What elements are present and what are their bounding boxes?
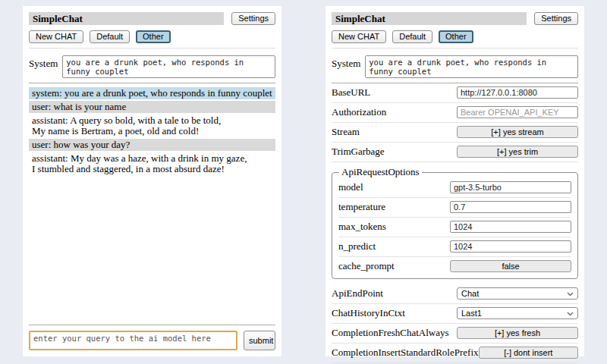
- chat-message-user: user: how was your day?: [29, 139, 275, 151]
- trimgarbage-toggle-button[interactable]: [+] yes trim: [457, 146, 578, 158]
- model-input[interactable]: [450, 181, 571, 193]
- api-request-options-legend: ApiRequestOptions: [339, 166, 422, 178]
- divider: [29, 325, 275, 325]
- setting-row-temperature: temperature: [338, 198, 571, 218]
- setting-row-authorization: Authorization: [332, 103, 578, 123]
- setting-label-completion-insert-standard-role-prefix: CompletionInsertStandardRolePrefix: [332, 347, 479, 359]
- query-row: submit: [29, 331, 275, 350]
- settings-panel: SimpleChat Settings New CHAT Default Oth…: [326, 6, 584, 356]
- setting-label-completion-fresh-chat-always: CompletionFreshChatAlways: [332, 327, 449, 339]
- setting-row-stream: Stream [+] yes stream: [332, 123, 578, 143]
- setting-label-n-predict: n_predict: [338, 240, 376, 253]
- chat-message-system: system: you are a drunk poet, who respon…: [29, 87, 275, 99]
- settings-button[interactable]: Settings: [231, 12, 275, 25]
- setting-row-max-tokens: max_tokens: [338, 218, 571, 237]
- system-prompt-row: System you are a drunk poet, who respond…: [332, 55, 578, 78]
- n-predict-input[interactable]: [450, 240, 571, 253]
- chat-history-in-ctxt-select[interactable]: Last1: [457, 307, 578, 319]
- app-title: SimpleChat: [332, 12, 527, 25]
- setting-row-cache-prompt: cache_prompt false: [338, 257, 571, 275]
- divider: [29, 83, 275, 83]
- chat-message-assistant: assistant: A query so bold, with a tale …: [29, 115, 275, 137]
- query-input[interactable]: [29, 331, 237, 350]
- completion-insert-standard-role-prefix-toggle-button[interactable]: [-] dont insert: [479, 347, 578, 359]
- system-prompt-row: System you are a drunk poet, who respond…: [29, 55, 275, 78]
- setting-row-completion-insert-standard-role-prefix: CompletionInsertStandardRolePrefix [-] d…: [332, 344, 578, 363]
- setting-label-stream: Stream: [332, 126, 360, 138]
- setting-row-n-predict: n_predict: [338, 237, 571, 257]
- chat-message-assistant: assistant: My day was a haze, with a dri…: [29, 152, 275, 175]
- setting-label-authorization: Authorization: [332, 106, 386, 118]
- header: SimpleChat Settings: [332, 12, 578, 25]
- profile-default-button[interactable]: Default: [392, 30, 432, 43]
- stream-toggle-button[interactable]: [+] yes stream: [457, 126, 578, 138]
- chat-message-list: system: you are a drunk poet, who respon…: [29, 87, 275, 177]
- app-title: SimpleChat: [29, 12, 224, 25]
- temperature-input[interactable]: [450, 201, 571, 213]
- setting-label-baseurl: BaseURL: [332, 86, 370, 99]
- chevron-down-icon: [567, 309, 574, 318]
- system-prompt-input[interactable]: you are a drunk poet, who responds in fu…: [62, 55, 275, 78]
- chat-history-selected-value: Last1: [461, 309, 482, 318]
- api-request-options-fieldset: ApiRequestOptions model temperature max_…: [332, 166, 578, 279]
- divider: [29, 48, 275, 49]
- api-endpoint-select[interactable]: Chat: [457, 287, 578, 300]
- setting-row-trimgarbage: TrimGarbage [+] yes trim: [332, 143, 578, 162]
- profile-other-button[interactable]: Other: [136, 30, 171, 43]
- header: SimpleChat Settings: [29, 12, 275, 25]
- chat-panel: SimpleChat Settings New CHAT Default Oth…: [23, 6, 281, 356]
- setting-label-chat-history-in-ctxt: ChatHistoryInCtxt: [332, 307, 405, 319]
- toolbar: New CHAT Default Other: [332, 30, 578, 43]
- submit-button[interactable]: submit: [244, 331, 275, 350]
- system-prompt-input[interactable]: you are a drunk poet, who responds in fu…: [365, 55, 578, 78]
- divider: [332, 48, 578, 49]
- max-tokens-input[interactable]: [450, 221, 571, 233]
- setting-label-trimgarbage: TrimGarbage: [332, 146, 385, 158]
- api-endpoint-selected-value: Chat: [461, 289, 479, 298]
- profile-other-button[interactable]: Other: [439, 30, 473, 43]
- setting-label-temperature: temperature: [338, 201, 385, 213]
- setting-row-baseurl: BaseURL: [332, 83, 578, 103]
- toolbar: New CHAT Default Other: [29, 30, 275, 43]
- system-prompt-label: System: [332, 55, 360, 70]
- new-chat-button[interactable]: New CHAT: [332, 30, 386, 43]
- system-prompt-label: System: [29, 55, 58, 70]
- profile-default-button[interactable]: Default: [90, 30, 130, 43]
- baseurl-input[interactable]: [457, 86, 578, 99]
- chat-message-user: user: what is your name: [29, 101, 275, 113]
- setting-row-completion-fresh-chat-always: CompletionFreshChatAlways [+] yes fresh: [332, 324, 578, 344]
- setting-label-max-tokens: max_tokens: [338, 221, 386, 233]
- setting-label-cache-prompt: cache_prompt: [338, 260, 395, 272]
- settings-button[interactable]: Settings: [534, 12, 578, 25]
- chevron-down-icon: [567, 289, 574, 298]
- completion-fresh-chat-always-toggle-button[interactable]: [+] yes fresh: [457, 327, 578, 339]
- new-chat-button[interactable]: New CHAT: [29, 30, 83, 43]
- setting-row-model: model: [338, 178, 571, 198]
- setting-label-model: model: [338, 181, 363, 193]
- cache-prompt-toggle-button[interactable]: false: [450, 260, 571, 272]
- setting-row-api-endpoint: ApiEndPoint Chat: [332, 284, 578, 304]
- setting-label-api-endpoint: ApiEndPoint: [332, 287, 383, 300]
- authorization-input[interactable]: [457, 106, 578, 118]
- setting-row-chat-history-in-ctxt: ChatHistoryInCtxt Last1: [332, 304, 578, 324]
